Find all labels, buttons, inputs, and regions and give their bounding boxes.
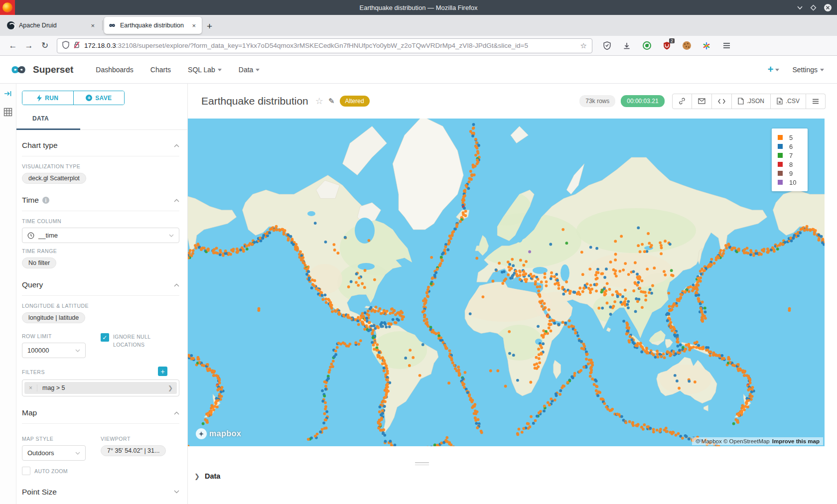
- chevron-down-icon: [75, 349, 80, 352]
- url-bar[interactable]: 172.18.0.3:32108/superset/explore/?form_…: [57, 38, 592, 53]
- tracking-shield-icon[interactable]: [62, 41, 69, 51]
- superset-navbar: Superset Dashboards Charts SQL Lab Data …: [0, 56, 837, 84]
- code-icon: [718, 99, 725, 104]
- auto-zoom-checkbox[interactable]: [22, 467, 30, 475]
- hamburger-menu-icon[interactable]: [721, 40, 732, 51]
- section-point-size: Point Size: [22, 477, 179, 504]
- favorite-star-icon[interactable]: ☆: [315, 96, 323, 107]
- time-range-pill[interactable]: No filter: [22, 257, 56, 268]
- legend-swatch: [778, 153, 783, 158]
- tab-data[interactable]: DATA: [32, 115, 49, 122]
- settings-menu[interactable]: Settings: [792, 66, 824, 74]
- firefox-icon: [2, 2, 12, 12]
- mapbox-icon: ✦: [196, 428, 207, 439]
- legend-label: 5: [789, 134, 793, 141]
- window-close-icon[interactable]: [824, 3, 832, 12]
- export-csv-button[interactable]: .CSV: [771, 94, 806, 109]
- nav-data[interactable]: Data: [239, 66, 260, 74]
- embed-code-button[interactable]: [712, 94, 732, 109]
- legend-item: 6: [778, 142, 802, 151]
- legend-swatch: [778, 162, 783, 167]
- legend-label: 10: [789, 179, 796, 186]
- download-icon[interactable]: [621, 40, 632, 51]
- brand-name: Superset: [33, 64, 73, 75]
- run-button[interactable]: RUN: [22, 91, 74, 105]
- chevron-up-icon[interactable]: [174, 411, 179, 415]
- row-limit-select[interactable]: 100000: [22, 343, 86, 358]
- hamburger-icon: [812, 99, 819, 104]
- attribution-text[interactable]: © Mapbox © OpenStreetMap: [696, 438, 770, 444]
- active-tab-indicator: [16, 128, 80, 130]
- export-json-button[interactable]: .JSON: [732, 94, 771, 109]
- row-count-badge: 73k rows: [579, 95, 615, 107]
- viz-type-pill[interactable]: deck.gl Scatterplot: [22, 173, 86, 184]
- mapbox-logo[interactable]: ✦ mapbox: [196, 428, 241, 439]
- chart-menu-button[interactable]: [806, 94, 826, 109]
- extension-leaf-icon[interactable]: [641, 40, 652, 51]
- cookie-extension-icon[interactable]: [681, 40, 692, 51]
- window-minimize-icon[interactable]: [797, 4, 803, 11]
- chart-header: Earthquake distribution ☆ ✎ Altered 73k …: [188, 84, 837, 119]
- chevron-up-icon[interactable]: [174, 144, 179, 147]
- druid-favicon: [7, 21, 15, 29]
- nav-charts[interactable]: Charts: [150, 66, 171, 74]
- collapse-panel-icon[interactable]: [4, 90, 12, 100]
- time-column-select[interactable]: __time: [22, 228, 179, 243]
- new-item-button[interactable]: +: [768, 64, 780, 75]
- section-time: Timei TIME COLUMN __time TIME RANGE No f…: [22, 185, 179, 269]
- viewport-pill[interactable]: 7° 35' 54.02" | 31...: [101, 445, 166, 456]
- email-button[interactable]: [692, 94, 712, 109]
- lonlat-pill[interactable]: longitude | latitude: [22, 312, 85, 323]
- chart-title: Earthquake distribution: [201, 95, 308, 107]
- colorful-extension-icon[interactable]: [701, 40, 712, 51]
- bookmark-star-icon[interactable]: ☆: [580, 41, 587, 50]
- share-link-button[interactable]: [672, 94, 692, 109]
- add-filter-button[interactable]: +: [158, 367, 167, 376]
- filter-chip[interactable]: × mag > 5 ❯: [24, 382, 177, 394]
- legend-label: 9: [789, 170, 793, 177]
- window-titlebar: Earthquake distribution — Mozilla Firefo…: [0, 0, 837, 15]
- tab-apache-druid[interactable]: Apache Druid ×: [3, 17, 101, 34]
- window-maximize-icon[interactable]: [810, 4, 817, 11]
- nav-sql-lab[interactable]: SQL Lab: [188, 66, 222, 74]
- chevron-up-icon[interactable]: [174, 283, 179, 287]
- superset-infinity-icon: [9, 63, 29, 76]
- data-expander[interactable]: ❯ Data: [194, 472, 220, 480]
- nav-dashboards[interactable]: Dashboards: [96, 66, 134, 74]
- section-query: Query LONGITUDE & LATITUDE longitude | l…: [22, 269, 179, 397]
- panel-resize-handle[interactable]: [415, 462, 429, 467]
- tab-close-icon[interactable]: ×: [89, 21, 97, 30]
- file-x-icon: [777, 98, 783, 105]
- pocket-shield-icon[interactable]: [601, 40, 612, 51]
- firefox-logo[interactable]: [0, 0, 15, 15]
- back-icon[interactable]: ←: [5, 41, 21, 51]
- ublock-badge: 2: [669, 38, 675, 43]
- clock-icon: [27, 232, 34, 239]
- map-legend: 5678910: [772, 128, 808, 191]
- edit-title-icon[interactable]: ✎: [328, 97, 335, 106]
- save-button[interactable]: +SAVE: [74, 91, 125, 105]
- map-attribution: © Mapbox © OpenStreetMap Improve this ma…: [692, 437, 823, 445]
- ublock-icon[interactable]: 2: [661, 40, 672, 51]
- superset-logo[interactable]: Superset: [9, 63, 73, 76]
- tab-earthquake-distribution[interactable]: Earthquake distribution ×: [104, 17, 202, 34]
- query-duration-badge: 00:00:03.21: [621, 95, 664, 107]
- forward-icon[interactable]: →: [21, 41, 37, 51]
- remove-filter-icon[interactable]: ×: [24, 384, 37, 391]
- tab-close-icon[interactable]: ×: [190, 21, 198, 30]
- chevron-down-icon[interactable]: [174, 490, 179, 494]
- deckgl-map[interactable]: 5678910 ✦ mapbox © Mapbox © OpenStreetMa…: [188, 119, 825, 446]
- chevron-down-icon: [218, 69, 222, 71]
- file-icon: [738, 98, 744, 105]
- section-map: Map MAP STYLE Outdoors AUTO ZOOM: [22, 397, 179, 477]
- ignore-null-checkbox[interactable]: ✓: [101, 333, 109, 342]
- tab-bar: Apache Druid × Earthquake distribution ×…: [0, 15, 837, 36]
- chevron-up-icon[interactable]: [174, 199, 179, 202]
- dataset-grid-icon[interactable]: [3, 108, 12, 119]
- insecure-lock-icon[interactable]: [73, 41, 80, 51]
- legend-item: 7: [778, 151, 802, 160]
- improve-map-link[interactable]: Improve this map: [772, 438, 820, 444]
- reload-icon[interactable]: ↻: [37, 40, 53, 51]
- new-tab-button[interactable]: +: [207, 21, 212, 32]
- map-style-select[interactable]: Outdoors: [22, 445, 86, 461]
